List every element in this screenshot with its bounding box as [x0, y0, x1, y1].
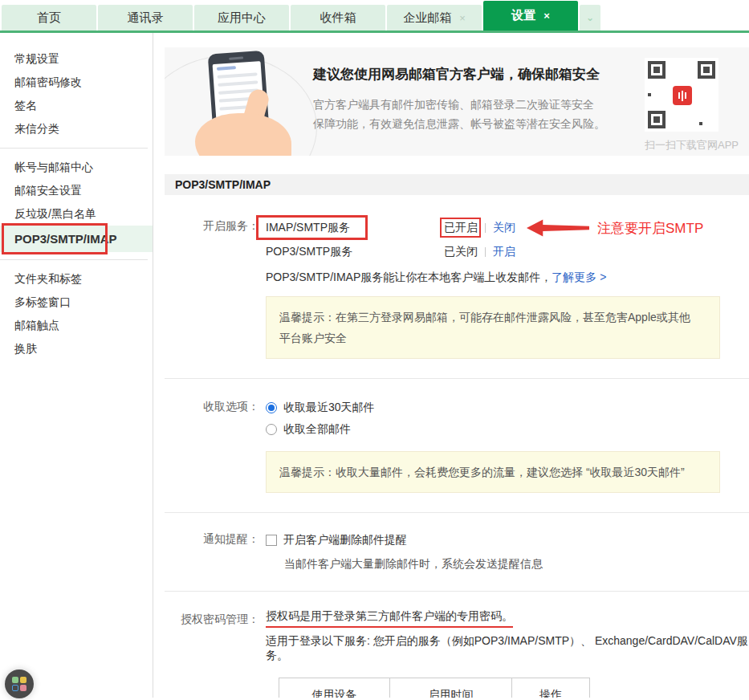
tab-overflow-menu[interactable]: ⌄	[580, 5, 600, 31]
imap-close-link[interactable]: 关闭	[493, 221, 515, 235]
netease-mail-logo-icon	[673, 86, 692, 105]
close-icon[interactable]: ×	[459, 12, 466, 24]
sidebar-item-folders-tags[interactable]: 文件夹和标签	[0, 267, 153, 291]
warm-tip-third-party: 温馨提示：在第三方登录网易邮箱，可能存在邮件泄露风险，甚至危害Apple或其他平…	[266, 296, 720, 359]
tab-label: 收件箱	[320, 10, 356, 26]
tab-contacts[interactable]: 通讯录	[98, 5, 193, 31]
learn-more-link[interactable]: 了解更多 >	[552, 271, 606, 283]
tab-label: 企业邮箱	[403, 10, 451, 26]
tab-label: 通讯录	[128, 10, 164, 26]
services-label: 开启服务：	[165, 216, 259, 234]
col-header-action: 操作	[512, 678, 590, 698]
auth-devices-table: 使用设备 启用时间 操作 办公电脑 2022.12.29 删除	[279, 678, 590, 698]
receive-options-label: 收取选项：	[165, 397, 259, 414]
sidebar-item-mail-classify[interactable]: 来信分类	[0, 117, 153, 140]
sidebar-item-multitab[interactable]: 多标签窗口	[0, 291, 153, 314]
checkbox-label: 开启客户端删除邮件提醒	[283, 533, 407, 547]
sidebar-item-general[interactable]: 常规设置	[0, 47, 153, 71]
notify-row: 通知提醒： 开启客户端删除邮件提醒 当邮件客户端大量删除邮件时，系统会发送提醒信…	[165, 513, 749, 572]
radio-label: 收取最近30天邮件	[283, 401, 375, 415]
annotation-text-enable-smtp: 注意要开启SMTP	[597, 219, 703, 238]
settings-main: 建议您使用网易邮箱官方客户端，确保邮箱安全 官方客户端具有邮件加密传输、邮箱登录…	[153, 33, 749, 698]
radio-all-mail[interactable]	[266, 424, 277, 435]
tab-label: 首页	[37, 10, 61, 26]
tab-home[interactable]: 首页	[2, 5, 96, 31]
tab-app-center[interactable]: 应用中心	[194, 5, 289, 31]
annotation-arrow-left-icon	[527, 219, 589, 237]
radio-label: 收取全部邮件	[283, 422, 351, 437]
col-header-device: 使用设备	[279, 678, 390, 698]
grid-icon	[12, 677, 26, 691]
service-status-imap: 已开启	[444, 221, 478, 235]
phone-in-hand-illustration-icon	[165, 47, 313, 156]
separator	[485, 223, 486, 233]
checkbox-delete-reminder[interactable]	[266, 535, 277, 546]
banner-text-line2: 保障功能，有效避免信息泄露、帐号被盗等潜在安全风险。	[313, 114, 645, 133]
client-promo-banner: 建议您使用网易邮箱官方客户端，确保邮箱安全 官方客户端具有邮件加密传输、邮箱登录…	[165, 47, 749, 156]
sidebar-item-pop3-smtp-imap[interactable]: POP3/SMTP/IMAP	[0, 226, 153, 252]
sidebar-item-account-center[interactable]: 帐号与邮箱中心	[0, 156, 153, 179]
separator	[485, 247, 486, 257]
section-header-pop3-smtp-imap: POP3/SMTP/IMAP	[165, 174, 749, 195]
notify-label: 通知提醒：	[165, 529, 259, 547]
sidebar-item-antispam[interactable]: 反垃圾/黑白名单	[0, 202, 153, 226]
sidebar-item-security[interactable]: 邮箱安全设置	[0, 179, 153, 202]
sidebar-item-touchpoint[interactable]: 邮箱触点	[0, 314, 153, 337]
tab-bar: 首页 通讯录 应用中心 收件箱 企业邮箱 × 设置 × ⌄	[0, 0, 749, 33]
sidebar-item-password-change[interactable]: 邮箱密码修改	[0, 71, 153, 94]
sidebar-divider	[0, 259, 148, 260]
auth-description-2: 适用于登录以下服务: 您开启的服务（例如POP3/IMAP/SMTP）、 Exc…	[266, 634, 749, 663]
chevron-down-icon: ⌄	[586, 12, 594, 23]
service-status-pop3: 已关闭	[444, 245, 478, 259]
service-name-imap-smtp: IMAP/SMTP服务	[266, 221, 350, 235]
auth-description-underlined: 授权码是用于登录第三方邮件客户端的专用密码。	[266, 609, 513, 628]
tab-label: 设置	[511, 8, 535, 23]
receive-options-row: 收取选项： 收取最近30天邮件 收取全部邮件 温馨提示：收取大量邮件，会耗费您更…	[165, 379, 749, 493]
service-name-pop3-smtp: POP3/SMTP服务	[266, 245, 444, 259]
app-launcher-button[interactable]	[5, 669, 34, 698]
tab-settings[interactable]: 设置 ×	[483, 1, 578, 31]
table-header-row: 使用设备 启用时间 操作	[279, 678, 590, 698]
sidebar-item-label: POP3/SMTP/IMAP	[14, 232, 117, 246]
qr-caption: 扫一扫下载官网APP	[645, 138, 749, 153]
close-icon[interactable]: ×	[543, 10, 550, 22]
warm-tip-traffic: 温馨提示：收取大量邮件，会耗费您更多的流量，建议您选择 “收取最近30天邮件”	[266, 451, 720, 493]
tab-label: 应用中心	[218, 10, 266, 26]
pop3-open-link[interactable]: 开启	[493, 245, 515, 259]
tab-enterprise-mail[interactable]: 企业邮箱 ×	[387, 5, 482, 31]
banner-text-line1: 官方客户端具有邮件加密传输、邮箱登录二次验证等安全	[313, 95, 645, 114]
qr-code	[645, 58, 718, 132]
auth-password-row: 授权密码管理： 授权码是用于登录第三方邮件客户端的专用密码。 适用于登录以下服务…	[165, 592, 749, 698]
sidebar-item-signature[interactable]: 签名	[0, 94, 153, 117]
notify-description: 当邮件客户端大量删除邮件时，系统会发送提醒信息	[284, 557, 749, 572]
radio-recent-30-days[interactable]	[266, 402, 277, 413]
col-header-time: 启用时间	[390, 678, 512, 698]
settings-sidebar: 常规设置 邮箱密码修改 签名 来信分类 帐号与邮箱中心 邮箱安全设置 反垃圾/黑…	[0, 33, 153, 698]
services-row: 开启服务： IMAP/SMTP服务 已开启 关闭	[165, 195, 749, 359]
sidebar-item-skin[interactable]: 换肤	[0, 337, 153, 360]
sidebar-divider	[0, 148, 148, 149]
tab-inbox[interactable]: 收件箱	[291, 5, 385, 31]
auth-label: 授权密码管理：	[165, 609, 259, 627]
services-description: POP3/SMTP/IMAP服务能让你在本地客户端上收发邮件，	[266, 271, 552, 283]
banner-title: 建议您使用网易邮箱官方客户端，确保邮箱安全	[313, 65, 645, 83]
